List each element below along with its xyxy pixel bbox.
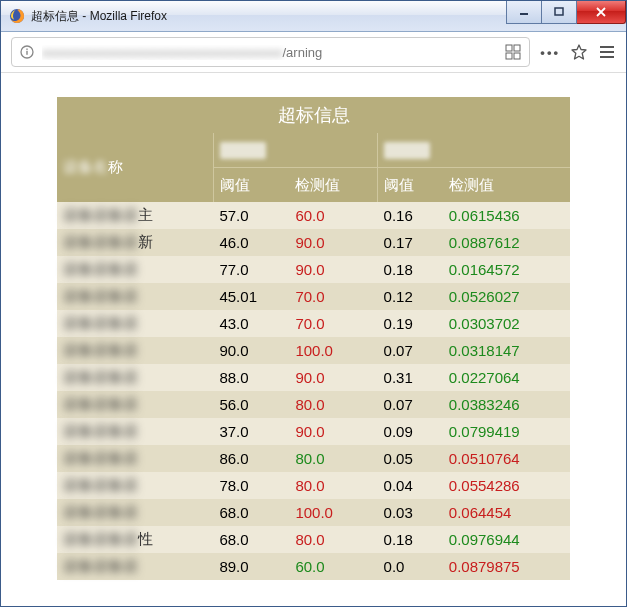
cell-measured-2: 0.0383246 [443,391,570,418]
cell-measured-1: 60.0 [289,202,377,229]
column-group-1: xxxx [213,133,377,168]
cell-measured-2: 0.0526027 [443,283,570,310]
cell-measured-1: 80.0 [289,472,377,499]
cell-name: 设备设备设 [57,472,213,499]
cell-threshold-2: 0.0 [378,553,443,580]
cell-threshold-2: 0.16 [378,202,443,229]
cell-threshold-1: 57.0 [213,202,289,229]
cell-threshold-1: 77.0 [213,256,289,283]
cell-name: 设备设备设 [57,391,213,418]
cell-measured-2: 0.0164572 [443,256,570,283]
cell-measured-2: 0.0615436 [443,202,570,229]
cell-threshold-2: 0.31 [378,364,443,391]
cell-name: 设备设备设新 [57,229,213,256]
svg-rect-10 [600,46,614,48]
cell-threshold-1: 46.0 [213,229,289,256]
minimize-icon [519,7,529,17]
cell-name: 设备设备设 [57,310,213,337]
table-row: 设备设备设78.080.00.040.0554286 [57,472,570,499]
site-info-icon[interactable] [20,45,34,59]
cell-measured-2: 0.0510764 [443,445,570,472]
cell-threshold-2: 0.03 [378,499,443,526]
cell-name: 设备设备设 [57,256,213,283]
cell-name: 设备设备设 [57,445,213,472]
svg-rect-7 [514,45,520,51]
window-title: 超标信息 - Mozilla Firefox [31,8,506,25]
cell-threshold-1: 37.0 [213,418,289,445]
cell-threshold-2: 0.04 [378,472,443,499]
cell-threshold-1: 88.0 [213,364,289,391]
cell-threshold-2: 0.12 [378,283,443,310]
cell-threshold-1: 45.01 [213,283,289,310]
column-threshold-2: 阈值 [378,168,443,203]
bookmark-icon[interactable] [570,43,588,61]
cell-measured-1: 90.0 [289,418,377,445]
page-actions-icon[interactable]: ••• [540,45,560,60]
page-content: 超标信息 设备名称 xxxx xxxx 阈值 检测值 阈值 检测值 设备设备设主… [1,73,626,606]
app-menu-icon[interactable] [598,43,616,61]
cell-measured-1: 60.0 [289,553,377,580]
column-measured-2: 检测值 [443,168,570,203]
table-row: 设备设备设90.0100.00.070.0318147 [57,337,570,364]
address-bar[interactable]: xxxxxxxxxxxxxxxxxxxxxxxxxxxxxxxxxxxxx/ar… [11,37,530,67]
svg-rect-5 [26,49,27,50]
cell-threshold-2: 0.18 [378,526,443,553]
cell-measured-2: 0.0879875 [443,553,570,580]
cell-threshold-1: 68.0 [213,499,289,526]
svg-rect-2 [555,8,563,15]
cell-name: 设备设备设 [57,553,213,580]
cell-threshold-1: 90.0 [213,337,289,364]
cell-threshold-2: 0.19 [378,310,443,337]
table-row: 设备设备设43.070.00.190.0303702 [57,310,570,337]
cell-threshold-2: 0.07 [378,391,443,418]
table-row: 设备设备设56.080.00.070.0383246 [57,391,570,418]
svg-rect-6 [506,45,512,51]
cell-measured-2: 0.0887612 [443,229,570,256]
cell-measured-2: 0.0799419 [443,418,570,445]
window-maximize-button[interactable] [542,1,577,24]
table-row: 设备设备设77.090.00.180.0164572 [57,256,570,283]
cell-measured-2: 0.0227064 [443,364,570,391]
cell-name: 设备设备设 [57,418,213,445]
table-row: 设备设备设88.090.00.310.0227064 [57,364,570,391]
table-row: 设备设备设89.060.00.00.0879875 [57,553,570,580]
cell-threshold-2: 0.05 [378,445,443,472]
window-minimize-button[interactable] [506,1,542,24]
table-row: 设备设备设新46.090.00.170.0887612 [57,229,570,256]
table-row: 设备设备设37.090.00.090.0799419 [57,418,570,445]
maximize-icon [554,7,564,17]
cell-measured-1: 90.0 [289,364,377,391]
svg-rect-8 [506,53,512,59]
svg-rect-11 [600,51,614,53]
cell-threshold-1: 68.0 [213,526,289,553]
window-close-button[interactable] [577,1,626,24]
cell-threshold-2: 0.09 [378,418,443,445]
cell-measured-1: 70.0 [289,310,377,337]
reader-mode-icon[interactable] [505,44,521,60]
cell-name: 设备设备设性 [57,526,213,553]
window-buttons [506,1,626,31]
browser-window: 超标信息 - Mozilla Firefox xxxxxxxxxxxxxxxxx… [0,0,627,607]
svg-rect-4 [26,51,27,55]
cell-threshold-1: 56.0 [213,391,289,418]
svg-rect-1 [520,13,528,15]
table-title: 超标信息 [57,97,570,133]
window-titlebar[interactable]: 超标信息 - Mozilla Firefox [1,1,626,32]
cell-measured-1: 80.0 [289,526,377,553]
cell-name: 设备设备设主 [57,202,213,229]
cell-measured-1: 100.0 [289,499,377,526]
column-name-header: 设备名称 [57,133,213,202]
svg-rect-12 [600,56,614,58]
cell-measured-1: 100.0 [289,337,377,364]
column-threshold-1: 阈值 [213,168,289,203]
cell-threshold-1: 86.0 [213,445,289,472]
table-row: 设备设备设主57.060.00.160.0615436 [57,202,570,229]
firefox-icon [9,8,25,24]
cell-measured-1: 80.0 [289,391,377,418]
cell-measured-1: 90.0 [289,229,377,256]
cell-threshold-1: 78.0 [213,472,289,499]
cell-measured-1: 70.0 [289,283,377,310]
column-group-2: xxxx [378,133,570,168]
cell-measured-1: 90.0 [289,256,377,283]
cell-name: 设备设备设 [57,283,213,310]
